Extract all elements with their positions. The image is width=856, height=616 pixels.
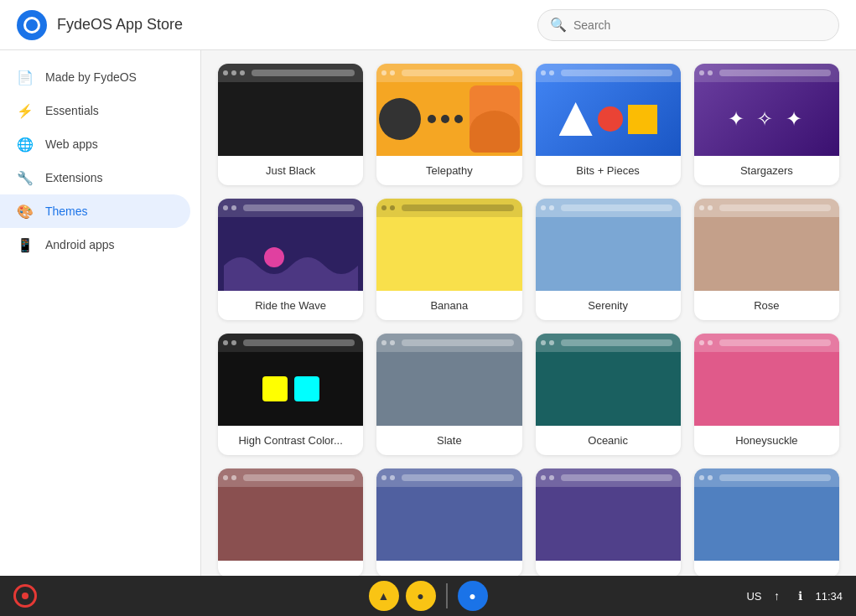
browser-dot — [699, 205, 704, 210]
browser-chrome — [218, 199, 363, 217]
browser-dot — [223, 475, 228, 480]
sidebar-item-android-apps[interactable]: 📱 Android apps — [0, 228, 190, 261]
bits-pieces-deco — [536, 82, 681, 156]
sidebar-item-label: Made by FydeOS — [45, 70, 137, 84]
theme-thumbnail-stargazers: ✦ ✧ ✦ — [694, 64, 839, 156]
theme-card-telepathy[interactable]: Telepathy — [376, 64, 521, 185]
browser-dot — [381, 205, 386, 210]
sidebar-item-themes[interactable]: 🎨 Themes — [0, 194, 190, 228]
browser-dot — [390, 340, 395, 345]
telepathy-figure — [470, 85, 520, 153]
deco-dot — [441, 115, 449, 123]
theme-name-row4-3 — [536, 561, 681, 576]
browser-chrome — [536, 64, 681, 82]
browser-chrome — [694, 468, 839, 487]
theme-name-row4-2 — [376, 561, 521, 576]
theme-thumbnail-bits-pieces — [536, 64, 681, 156]
browser-chrome — [376, 199, 521, 217]
svg-point-0 — [264, 247, 284, 267]
info-icon: ℹ — [791, 588, 808, 604]
browser-dot — [231, 70, 236, 75]
hc-block1 — [262, 376, 288, 401]
wave-svg — [224, 241, 358, 291]
theme-card-high-contrast[interactable]: High Contrast Color... — [218, 334, 363, 455]
sidebar-item-label: Web apps — [45, 137, 98, 151]
theme-thumbnail-serenity — [536, 199, 681, 291]
themes-content: Just Black — [201, 50, 856, 576]
hc-block2 — [294, 376, 319, 401]
theme-thumbnail-ride-the-wave — [218, 199, 363, 291]
theme-card-just-black[interactable]: Just Black — [218, 64, 363, 185]
theme-card-row4-3[interactable] — [536, 468, 681, 576]
search-bar[interactable]: 🔍 — [537, 9, 839, 41]
theme-name-oceanic: Oceanic — [536, 426, 681, 455]
theme-card-stargazers[interactable]: ✦ ✧ ✦ Stargazers — [694, 64, 839, 185]
browser-dot — [541, 340, 546, 345]
taskbar-ring-inner — [22, 593, 29, 599]
browser-bar — [243, 339, 355, 346]
theme-name-row4-1 — [218, 561, 363, 576]
browser-dot — [699, 340, 704, 345]
taskbar-btn-yellow-triangle[interactable]: ▲ — [369, 581, 399, 611]
sidebar-item-made-by-fydeos[interactable]: 📄 Made by FydeOS — [0, 60, 190, 94]
theme-card-honeysuckle[interactable]: Honeysuckle — [694, 334, 839, 455]
sidebar-item-extensions[interactable]: 🔧 Extensions — [0, 161, 190, 194]
circle-deco — [598, 106, 623, 132]
sidebar: 📄 Made by FydeOS ⚡ Essentials 🌐 Web apps… — [0, 50, 201, 576]
browser-dot — [223, 340, 228, 345]
theme-card-rose[interactable]: Rose — [694, 199, 839, 320]
taskbar-ring-icon[interactable] — [13, 584, 37, 608]
app-logo-inner — [23, 17, 40, 34]
sidebar-item-web-apps[interactable]: 🌐 Web apps — [0, 127, 190, 161]
theme-name-telepathy: Telepathy — [376, 156, 521, 185]
browser-dot — [549, 475, 554, 480]
browser-chrome — [536, 468, 681, 487]
search-input[interactable] — [573, 18, 827, 32]
browser-bar — [561, 474, 672, 481]
theme-name-banana: Banana — [376, 291, 521, 320]
themes-icon: 🎨 — [17, 203, 34, 220]
browser-dot — [708, 70, 713, 75]
theme-thumbnail-oceanic — [536, 334, 681, 426]
theme-card-row4-1[interactable] — [218, 468, 363, 576]
theme-card-banana[interactable]: Banana — [376, 199, 521, 320]
browser-bar — [561, 204, 672, 211]
main-layout: 📄 Made by FydeOS ⚡ Essentials 🌐 Web apps… — [0, 50, 856, 576]
browser-dot — [541, 70, 546, 75]
taskbar-locale: US — [746, 590, 761, 603]
triangle-deco — [559, 102, 593, 136]
browser-dot — [549, 340, 554, 345]
theme-card-bits-pieces[interactable]: Bits + Pieces — [536, 64, 681, 185]
theme-card-serenity[interactable]: Serenity — [536, 199, 681, 320]
browser-bar — [561, 339, 672, 346]
browser-dot — [699, 70, 704, 75]
search-icon: 🔍 — [550, 17, 567, 33]
stargazers-deco: ✦ ✧ ✦ — [694, 82, 839, 156]
stars-deco: ✦ ✧ ✦ — [728, 107, 806, 131]
sidebar-item-essentials[interactable]: ⚡ Essentials — [0, 94, 190, 127]
theme-thumbnail-slate — [376, 334, 521, 426]
theme-card-slate[interactable]: Slate — [376, 334, 521, 455]
browser-dot — [390, 205, 395, 210]
taskbar-btn-blue[interactable]: ● — [458, 581, 488, 611]
taskbar-center: ▲ ● ● — [369, 581, 488, 611]
browser-bar — [561, 70, 672, 76]
made-by-fydeos-icon: 📄 — [17, 69, 34, 85]
theme-card-row4-4[interactable] — [694, 468, 839, 576]
browser-bar — [719, 474, 831, 481]
taskbar-btn-yellow-circle[interactable]: ● — [406, 581, 436, 611]
theme-card-ride-the-wave[interactable]: Ride the Wave — [218, 199, 363, 320]
browser-chrome — [536, 334, 681, 352]
theme-name-bits-pieces: Bits + Pieces — [536, 156, 681, 185]
deco-dot — [454, 115, 463, 123]
theme-card-row4-2[interactable] — [376, 468, 521, 576]
browser-bar — [402, 204, 513, 211]
theme-thumbnail-high-contrast — [218, 334, 363, 426]
browser-dot — [381, 475, 386, 480]
taskbar-left — [13, 584, 37, 608]
theme-card-oceanic[interactable]: Oceanic — [536, 334, 681, 455]
theme-thumbnail-rose — [694, 199, 839, 291]
high-contrast-deco — [218, 352, 363, 426]
square-deco — [628, 105, 657, 134]
browser-chrome — [218, 334, 363, 352]
